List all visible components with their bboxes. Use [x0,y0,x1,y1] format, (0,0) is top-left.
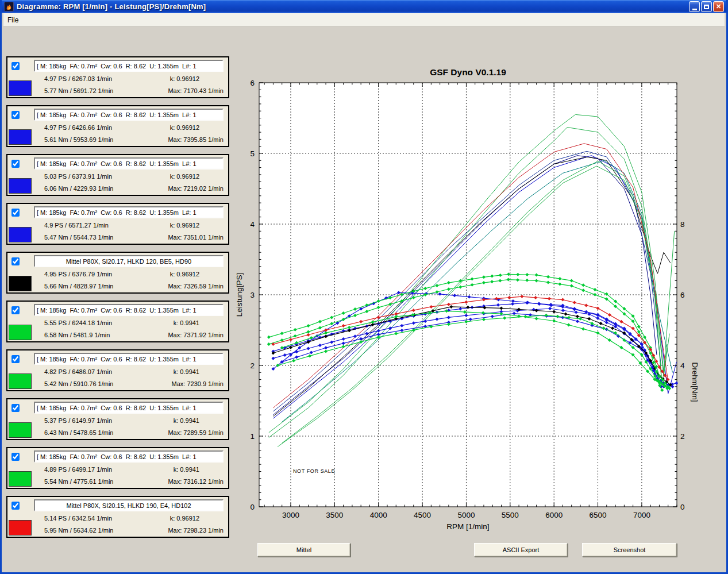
plot-area [259,83,677,507]
svg-text:6: 6 [250,79,255,87]
color-swatch [9,129,32,145]
dataset-checkbox[interactable] [11,453,20,461]
watermark: NOT FOR SALE [293,468,335,474]
dataset-entry: 4.97 PS / 6426.66 1/min k: 0.96912 5.61 … [6,105,229,147]
dataset-checkbox[interactable] [11,355,20,363]
minimize-button[interactable] [689,1,700,12]
stat-max: Max: 7219.02 1/min [168,185,224,192]
svg-text:5: 5 [250,149,255,158]
dataset-checkbox[interactable] [11,160,20,168]
dataset-header-field[interactable] [34,402,224,414]
dataset-header-field[interactable] [34,60,224,72]
left-axis-label: Leistung[PS] [235,273,244,317]
stat-k: k: 0.96912 [170,75,224,82]
svg-text:6500: 6500 [590,511,607,519]
stat-power: 4.95 PS / 6376.79 1/min [34,271,112,278]
stat-max: Max: 7316.12 1/min [168,478,224,485]
stat-torque: 5.77 Nm / 5691.72 1/min [34,87,113,94]
stat-max: Max: 7298.23 1/min [168,527,224,534]
maximize-button[interactable] [701,1,712,12]
dataset-stats: 5.03 PS / 6373.91 1/min k: 0.96912 6.06 … [34,170,224,194]
dataset-stats: 5.14 PS / 6342.54 1/min k: 0.96912 5.95 … [34,512,224,536]
dataset-entry: 4.9 PS / 6571.27 1/min k: 0.96912 5.47 N… [6,203,229,245]
dataset-checkbox[interactable] [11,62,20,70]
dataset-stats: 4.82 PS / 6486.07 1/min k: 0.9941 5.42 N… [34,365,224,390]
stat-max: Max: 7326.59 1/min [168,283,224,290]
svg-text:2: 2 [680,432,685,441]
dataset-entry: 4.97 PS / 6267.03 1/min k: 0.96912 5.77 … [6,56,229,98]
dataset-entry: 4.89 PS / 6499.17 1/min k: 0.9941 5.54 N… [6,447,229,489]
color-swatch [9,227,32,242]
stat-power: 5.03 PS / 6373.91 1/min [34,173,112,180]
stat-max: Max: 7230.9 1/min [172,380,224,387]
dataset-checkbox[interactable] [11,502,20,510]
dataset-entry: 5.37 PS / 6149.97 1/min k: 0.9941 6.43 N… [6,398,229,440]
dataset-checkbox[interactable] [11,306,20,314]
dataset-header-field[interactable] [34,304,224,316]
dataset-header-field[interactable] [34,499,224,511]
stat-torque: 5.61 Nm / 5953.69 1/min [34,136,113,143]
stat-k: k: 0.9941 [174,466,224,473]
dataset-entry: 4.95 PS / 6376.79 1/min k: 0.96912 5.66 … [6,252,229,294]
dataset-entry: 5.03 PS / 6373.91 1/min k: 0.96912 6.06 … [6,154,229,196]
app-icon [4,2,14,11]
color-swatch [9,373,32,389]
stat-k: k: 0.9941 [174,368,224,375]
dataset-header-field[interactable] [34,450,224,463]
svg-text:4: 4 [680,361,685,370]
color-swatch [9,520,32,536]
ascii-export-button[interactable]: ASCII Export [474,543,568,557]
stat-max: Max: 7395.85 1/min [168,136,224,143]
stat-k: k: 0.9941 [174,319,224,326]
app-window: Diagramme: RPM [1/min] - Leistung[PS]/Dr… [0,0,728,574]
close-button[interactable]: ✕ [713,1,724,12]
stat-power: 4.97 PS / 6426.66 1/min [34,124,112,131]
minimize-icon [692,9,697,10]
stat-power: 5.55 PS / 6244.18 1/min [34,319,112,326]
menu-item-file[interactable]: File [3,15,22,25]
dataset-entry: 4.82 PS / 6486.07 1/min k: 0.9941 5.42 N… [6,349,229,391]
window-title: Diagramme: RPM [1/min] - Leistung[PS]/Dr… [17,2,206,11]
x-axis-label: RPM [1/min] [446,522,489,531]
svg-text:7000: 7000 [633,511,650,519]
dataset-checkbox[interactable] [11,111,20,119]
dataset-checkbox[interactable] [11,209,20,217]
dataset-entry: 5.14 PS / 6342.54 1/min k: 0.96912 5.95 … [6,496,229,538]
stat-k: k: 0.96912 [170,173,224,180]
svg-text:0: 0 [680,503,685,511]
dataset-header-field[interactable] [34,255,224,267]
svg-text:4500: 4500 [414,511,431,519]
dataset-stats: 4.97 PS / 6426.66 1/min k: 0.96912 5.61 … [34,121,224,145]
dataset-stats: 5.55 PS / 6244.18 1/min k: 0.9941 6.58 N… [34,317,224,341]
dataset-stats: 4.89 PS / 6499.17 1/min k: 0.9941 5.54 N… [34,463,224,487]
stat-torque: 5.42 Nm / 5910.76 1/min [34,380,113,387]
close-icon: ✕ [716,3,721,10]
svg-text:6000: 6000 [545,511,563,519]
dataset-header-field[interactable] [34,109,224,121]
stat-k: k: 0.9941 [174,417,224,424]
dataset-stats: 5.37 PS / 6149.97 1/min k: 0.9941 6.43 N… [34,414,224,438]
stat-power: 4.9 PS / 6571.27 1/min [34,222,109,229]
chart-title: GSF Dyno V0.1.19 [430,67,506,77]
color-swatch [9,276,32,291]
dataset-header-field[interactable] [34,206,224,218]
dataset-stats: 4.97 PS / 6267.03 1/min k: 0.96912 5.77 … [34,72,224,97]
mittel-button[interactable]: Mittel [257,543,350,557]
dataset-checkbox[interactable] [11,257,20,265]
svg-text:0: 0 [250,503,255,511]
svg-text:5500: 5500 [502,511,519,519]
svg-text:3000: 3000 [282,511,299,519]
stat-max: Max: 7351.01 1/min [168,234,224,241]
color-swatch [9,80,32,96]
stat-power: 4.82 PS / 6486.07 1/min [34,368,112,375]
stat-torque: 6.43 Nm / 5478.65 1/min [34,429,113,436]
dataset-checkbox[interactable] [11,404,20,412]
stat-power: 4.97 PS / 6267.03 1/min [34,75,112,82]
dataset-header-field[interactable] [34,353,224,365]
stat-max: Max: 7371.92 1/min [168,332,224,338]
screenshot-button[interactable]: Screenshot [582,543,677,557]
dataset-header-field[interactable] [34,157,224,169]
svg-text:3: 3 [250,291,255,299]
svg-text:6: 6 [680,291,685,299]
dataset-stats: 4.9 PS / 6571.27 1/min k: 0.96912 5.47 N… [34,219,224,243]
